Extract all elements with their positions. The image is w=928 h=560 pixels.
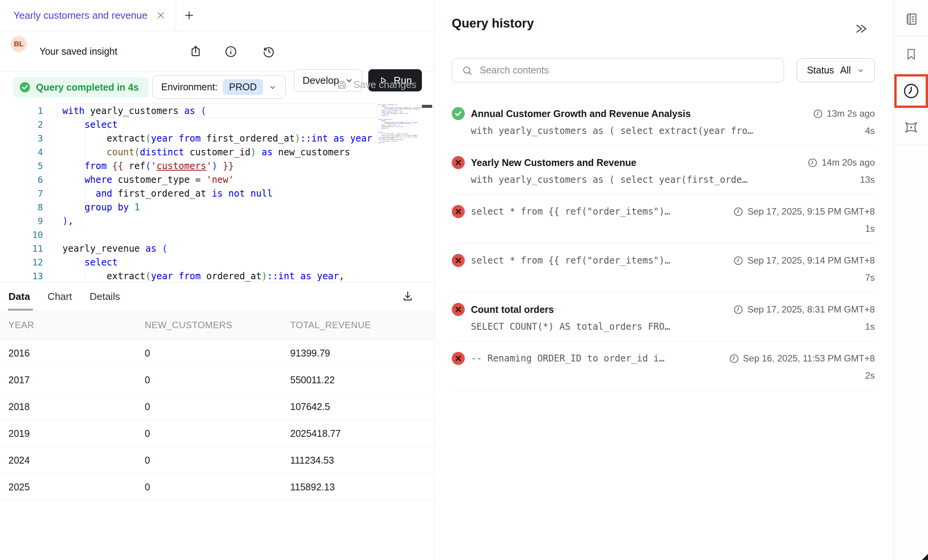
history-item-sql-preview: with yearly_customers as ( select year(f… [471, 174, 860, 185]
tab-yearly-customers-and-revenue[interactable]: Yearly customers and revenue [0, 0, 176, 31]
table-row: 20240111234.53 [0, 447, 434, 474]
query-history-item[interactable]: Annual Customer Growth and Revenue Analy… [452, 96, 875, 145]
line-number: 8 [0, 200, 43, 214]
table-cell: 0 [145, 447, 290, 474]
collapse-panel-icon[interactable] [853, 22, 868, 35]
resize-corner [922, 554, 928, 560]
line-number: 1 [0, 104, 43, 118]
table-row: 201902025418.77 [0, 420, 434, 447]
share-icon[interactable] [189, 45, 203, 59]
query-history-item[interactable]: select * from {{ ref("order_items")…Sep … [452, 194, 875, 243]
table-cell: 2016 [0, 340, 145, 366]
right-icon-strip [894, 0, 928, 560]
history-search-row: Status All [452, 58, 875, 82]
line-number: 3 [0, 132, 43, 145]
table-cell: 550011.22 [290, 366, 434, 393]
query-history-panel: Query history Status All Annual Customer… [435, 0, 894, 560]
code-line: extract(year from ordered_at)::int as ye… [62, 269, 372, 282]
bookmark-icon[interactable] [894, 44, 928, 64]
line-number: 11 [0, 242, 43, 256]
history-item-title: Yearly New Customers and Revenue [471, 157, 801, 168]
editor-minimap[interactable]: with yearly_customers as ( select extrac… [378, 104, 421, 144]
error-status-icon [452, 303, 465, 316]
strip-divider [894, 36, 928, 36]
clock-icon [813, 109, 823, 119]
history-item-time: Sep 16, 2025, 11:53 PM GMT+8 [743, 353, 875, 364]
save-changes-button[interactable]: Save changes [336, 79, 417, 91]
info-icon[interactable] [224, 45, 238, 59]
sparkle-icon[interactable] [894, 117, 928, 137]
history-item-time: Sep 17, 2025, 8:31 PM GMT+8 [747, 304, 875, 315]
history-item-time: 14m 20s ago [822, 157, 875, 168]
environment-selector[interactable]: Environment: PROD [152, 75, 286, 99]
insight-header: BL Your saved insight Develop [0, 31, 434, 72]
chevron-down-icon [268, 83, 277, 91]
close-tab-icon[interactable] [156, 10, 166, 20]
status-filter-dropdown[interactable]: Status All [797, 58, 875, 82]
history-item-duration: 1s [865, 223, 875, 234]
history-search[interactable] [452, 58, 784, 82]
clock-icon [729, 353, 739, 364]
table-cell: 0 [145, 366, 290, 393]
clock-icon [807, 158, 818, 168]
line-number: 7 [0, 187, 43, 200]
table-row: 20170550011.22 [0, 366, 434, 393]
search-icon [462, 65, 473, 77]
table-cell: 2024 [0, 447, 145, 474]
code-line: count(distinct customer_id) as new_custo… [62, 145, 372, 159]
chevron-down-icon [857, 67, 864, 74]
error-status-icon [452, 156, 465, 169]
line-number: 13 [0, 269, 43, 282]
clock-icon [733, 304, 743, 315]
results-tab-data[interactable]: Data [8, 282, 30, 311]
code-line: select [62, 256, 372, 269]
insight-title: Your saved insight [39, 46, 117, 57]
history-item-duration: 4s [865, 125, 875, 136]
strip-divider [894, 145, 928, 145]
column-header: TOTAL_REVENUE [290, 311, 434, 340]
status-filter-label: Status [807, 65, 834, 76]
table-cell: 2019 [0, 420, 145, 447]
notebook-icon[interactable] [894, 9, 928, 29]
history-item-duration: 13s [860, 174, 875, 185]
line-number: 5 [0, 159, 43, 173]
indent-guide [107, 132, 107, 159]
download-results-icon[interactable] [401, 290, 414, 303]
history-highlight-box [894, 74, 928, 108]
code-line: from {{ ref('customers') }} [62, 159, 372, 173]
history-item-duration: 2s [865, 370, 875, 381]
column-header: YEAR [0, 311, 145, 340]
indent-guide [85, 256, 85, 282]
code-line: yearly_revenue as ( [62, 242, 372, 256]
results-tab-chart[interactable]: Chart [47, 282, 72, 311]
results-tab-details[interactable]: Details [90, 282, 120, 311]
results-table: YEARNEW_CUSTOMERSTOTAL_REVENUE 201609139… [0, 311, 434, 501]
query-history-clock-icon[interactable] [902, 82, 920, 100]
table-cell: 0 [145, 340, 290, 366]
search-input[interactable] [480, 59, 777, 82]
version-history-icon[interactable] [262, 45, 276, 59]
query-history-item[interactable]: Yearly New Customers and Revenue14m 20s … [452, 145, 875, 194]
indent-guide [85, 118, 85, 214]
history-item-sql-preview: select * from {{ ref("order_items")… [471, 255, 727, 266]
sql-code-editor[interactable]: 12345678910111213 with yearly_customers … [0, 103, 434, 282]
editor-code: with yearly_customers as ( select extrac… [62, 104, 372, 282]
new-tab-button[interactable] [181, 8, 197, 23]
environment-value-badge: PROD [223, 79, 263, 95]
history-item-sql-preview: SELECT COUNT(*) AS total_orders FRO… [471, 321, 865, 332]
code-line: extract(year from first_ordered_at)::int… [62, 132, 372, 145]
status-filter-value: All [840, 65, 851, 76]
success-status-icon [452, 107, 465, 120]
history-item-time: Sep 17, 2025, 9:14 PM GMT+8 [747, 255, 875, 266]
line-number: 4 [0, 145, 43, 159]
history-item-title: Annual Customer Growth and Revenue Analy… [471, 108, 807, 119]
save-icon [336, 79, 348, 91]
query-history-item[interactable]: select * from {{ ref("order_items")…Sep … [452, 243, 875, 292]
clock-icon [733, 256, 743, 266]
query-history-item[interactable]: -- Renaming ORDER_ID to order_id i…Sep 1… [452, 341, 875, 390]
editor-gutter: 12345678910111213 [0, 104, 43, 282]
tab-bar: Yearly customers and revenue [0, 0, 434, 31]
line-number: 2 [0, 118, 43, 132]
query-history-item[interactable]: Count total ordersSep 17, 2025, 8:31 PM … [452, 292, 875, 341]
editor-scrollbar-thumb[interactable] [422, 105, 432, 108]
